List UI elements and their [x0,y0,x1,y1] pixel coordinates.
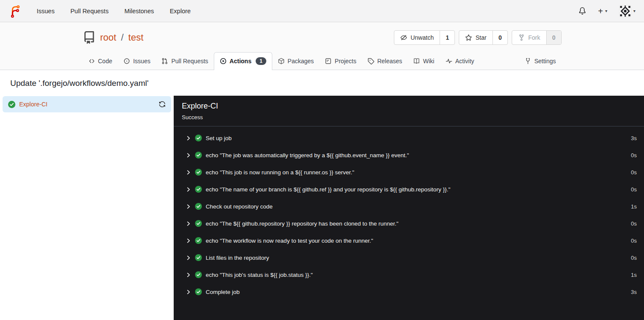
tab-code[interactable]: Code [83,53,118,70]
repo-action-buttons: Unwatch 1 Star 0 [394,30,562,45]
step-row[interactable]: Set up job 3s [174,129,644,147]
step-row[interactable]: echo "The job was automatically triggere… [174,147,644,164]
chevron-right-icon[interactable] [186,204,191,209]
navbar-link-issues[interactable]: Issues [37,8,55,15]
step-name: Set up job [206,135,232,141]
repo-name-link[interactable]: test [128,32,143,43]
tab-packages[interactable]: Packages [272,53,319,70]
unwatch-button[interactable]: Unwatch [394,31,440,44]
sidebar-job-explore-ci[interactable]: Explore-CI [3,96,171,112]
tab-wiki[interactable]: Wiki [408,53,440,70]
chevron-down-icon: ▾ [633,9,635,13]
step-row[interactable]: echo "The ${{ github.repository }} repos… [174,215,644,232]
page-title: Update '.forgejo/workflows/demo.yaml' [10,79,634,88]
tab-pull-requests[interactable]: Pull Requests [156,53,213,70]
success-check-icon [195,135,202,141]
chevron-right-icon[interactable] [186,187,191,192]
watch-count[interactable]: 1 [440,31,455,44]
fork-button-group: Fork 0 [512,30,562,45]
success-check-icon [195,203,202,210]
plus-icon: + [598,7,603,15]
tab-settings[interactable]: Settings [519,53,562,70]
step-duration: 0s [631,255,637,261]
repo-header: root / test Unwatch 1 [0,22,644,70]
tab-projects[interactable]: Projects [319,53,362,70]
navbar-link-milestones[interactable]: Milestones [124,8,154,15]
navbar-right: + ▾ ▾ [579,5,635,17]
refresh-icon[interactable] [159,101,166,108]
star-button[interactable]: Star [459,31,492,44]
success-check-icon [195,288,202,295]
step-name: List files in the repository [206,255,269,261]
step-duration: 3s [631,135,637,141]
tab-actions[interactable]: Actions 1 [214,52,272,70]
step-name: Check out repository code [206,203,273,210]
success-check-icon [195,169,202,176]
step-name: echo "This job is now running on a ${{ r… [206,169,354,176]
step-row[interactable]: Complete job 3s [174,283,644,300]
eye-slash-icon [400,34,407,41]
play-circle-icon [220,58,227,65]
wrench-icon [525,58,531,65]
run-view: Explore-CI Explore-CI Success Set up job… [0,96,644,320]
step-duration: 0s [631,186,637,193]
step-name: echo "The workflow is now ready to test … [206,238,373,244]
chevron-right-icon[interactable] [186,135,191,141]
chevron-down-icon: ▾ [605,9,607,13]
forgejo-logo-icon[interactable] [9,4,22,18]
success-check-icon [195,271,202,278]
job-title: Explore-CI [182,102,636,111]
issue-circle-dot-icon [123,58,130,65]
success-check-icon [195,220,202,227]
step-name: echo "The job was automatically triggere… [206,152,409,159]
chevron-right-icon[interactable] [186,170,191,175]
step-name: echo "The name of your branch is ${{ git… [206,186,450,193]
repo-title: root / test [83,31,144,44]
user-menu[interactable]: ▾ [619,5,635,17]
repo-title-row: root / test Unwatch 1 [83,22,562,52]
job-log-panel: Explore-CI Success Set up job 3s echo "T… [174,96,644,320]
star-count[interactable]: 0 [492,31,507,44]
job-status: Success [182,114,636,120]
step-row[interactable]: echo "The workflow is now ready to test … [174,232,644,249]
repo-tab-bar: Code Issues [83,52,562,70]
navbar-link-explore[interactable]: Explore [170,8,191,15]
chevron-right-icon[interactable] [186,221,191,226]
notifications-bell-icon[interactable] [579,7,586,15]
repo-separator: / [121,32,123,43]
tab-issues[interactable]: Issues [118,53,156,70]
avatar [619,5,631,17]
tab-activity[interactable]: Activity [440,53,480,70]
code-icon [88,58,95,65]
repo-owner-link[interactable]: root [100,32,117,43]
step-duration: 0s [631,152,637,159]
steps-list: Set up job 3s echo "The job was automati… [174,126,644,300]
chevron-right-icon[interactable] [186,272,191,278]
chevron-right-icon[interactable] [186,255,191,261]
step-name: echo "This job's status is ${{ job.statu… [206,272,313,278]
job-name-label: Explore-CI [19,101,47,108]
step-duration: 0s [631,238,637,244]
step-duration: 0s [631,220,637,227]
jobs-sidebar: Explore-CI [0,96,174,320]
project-board-icon [325,58,332,65]
step-name: echo "The ${{ github.repository }} repos… [206,220,399,227]
step-row[interactable]: echo "The name of your branch is ${{ git… [174,181,644,198]
step-row[interactable]: Check out repository code 1s [174,198,644,215]
tab-releases[interactable]: Releases [362,53,408,70]
book-open-icon [413,58,420,65]
navbar-link-pull-requests[interactable]: Pull Requests [70,8,108,15]
step-row[interactable]: echo "This job's status is ${{ job.statu… [174,266,644,283]
step-row[interactable]: echo "This job is now running on a ${{ r… [174,164,644,181]
package-icon [278,58,285,65]
success-check-icon [195,152,202,159]
step-name: Complete job [206,289,240,295]
job-header: Explore-CI Success [174,96,644,126]
git-pull-request-icon [161,58,168,65]
chevron-right-icon[interactable] [186,153,191,158]
step-row[interactable]: List files in the repository 0s [174,249,644,266]
chevron-right-icon[interactable] [186,238,191,244]
step-duration: 0s [631,169,637,176]
chevron-right-icon[interactable] [186,289,191,295]
create-new-button[interactable]: + ▾ [598,7,607,15]
